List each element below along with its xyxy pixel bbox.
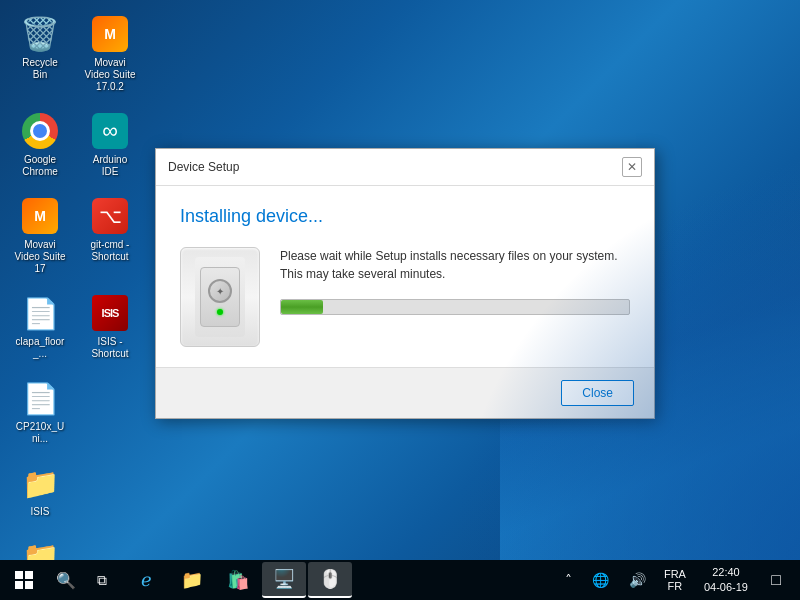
desktop-icon-git[interactable]: ⌥ git-cmd - Shortcut [80, 192, 140, 279]
desktop-icon-recycle-bin[interactable]: 🗑️ Recycle Bin [10, 10, 70, 97]
isis-folder-icon: 📁 [20, 463, 60, 503]
dialog-content: ✦ Please wait while Setup installs neces… [180, 247, 630, 347]
device-image: ✦ [180, 247, 260, 347]
task-view-button[interactable]: ⧉ [84, 560, 120, 600]
tray-expand-icon: ˄ [565, 572, 572, 588]
icon-row-2: Google Chrome ∞ Arduino IDE [10, 107, 140, 182]
desktop-icon-cp210x[interactable]: 📄 CP210x_Uni... [10, 374, 70, 449]
movavi17-label: Movavi Video Suite 17 [14, 239, 66, 275]
desktop-icon-isis-sc[interactable]: ISIS ISIS - Shortcut [80, 289, 140, 364]
network-icon: 🌐 [592, 572, 609, 588]
icon-row-3: M Movavi Video Suite 17 ⌥ git-cmd - Shor… [10, 192, 140, 279]
cp210x-icon: 📄 [20, 378, 60, 418]
taskbar: 🔍 ⧉ ℯ 📁 🛍️ 🖥️ 🖱️ ˄ 🌐 🔊 [0, 560, 800, 600]
progress-bar-container [280, 299, 630, 315]
device-image-inner: ✦ [195, 257, 245, 337]
micropython-icon: 📁 [20, 536, 60, 560]
notification-icon: □ [771, 571, 781, 589]
dialog-close-btn[interactable]: Close [561, 380, 634, 406]
clapa-label: clapa_floor_... [14, 336, 66, 360]
taskbar-store-btn[interactable]: 🛍️ [216, 562, 260, 598]
language-layout: FR [668, 580, 683, 592]
arduino-label: Arduino IDE [84, 154, 136, 178]
store-icon: 🛍️ [227, 569, 249, 591]
device-box: ✦ [200, 267, 240, 327]
setup-icon-1: 🖥️ [273, 568, 295, 590]
dialog-title-text: Device Setup [168, 160, 239, 174]
tray-chevron[interactable]: ˄ [557, 560, 580, 600]
dialog-titlebar: Device Setup ✕ [156, 149, 654, 186]
progress-bar-fill [281, 300, 323, 314]
dialog-close-button[interactable]: ✕ [622, 157, 642, 177]
desktop: 🗑️ Recycle Bin M Movavi Video Suite 17.0… [0, 0, 800, 560]
clapa-icon: 📄 [20, 293, 60, 333]
taskbar-running-apps: ℯ 📁 🛍️ 🖥️ 🖱️ [120, 562, 557, 598]
icon-row-1: 🗑️ Recycle Bin M Movavi Video Suite 17.0… [10, 10, 140, 97]
dialog-description: Please wait while Setup installs necessa… [280, 247, 630, 283]
dialog-heading: Installing device... [180, 206, 630, 227]
device-setup-dialog: Device Setup ✕ Installing device... ✦ Pl… [155, 148, 655, 419]
taskbar-setup-btn-1[interactable]: 🖥️ [262, 562, 306, 598]
clock-time: 22:40 [712, 565, 740, 580]
icon-row-4: 📄 clapa_floor_... ISIS ISIS - Shortcut [10, 289, 140, 364]
desktop-icon-movavi17[interactable]: M Movavi Video Suite 17 [10, 192, 70, 279]
taskbar-edge-btn[interactable]: ℯ [124, 562, 168, 598]
desktop-icon-chrome[interactable]: Google Chrome [10, 107, 70, 182]
edge-icon: ℯ [141, 569, 152, 591]
desktop-icon-micropython[interactable]: 📁 micropython [10, 532, 70, 560]
tray-volume[interactable]: 🔊 [621, 560, 654, 600]
chrome-icon [20, 111, 60, 151]
dialog-body: Installing device... ✦ Please wait while… [156, 186, 654, 367]
desktop-icon-movavi[interactable]: M Movavi Video Suite 17.0.2 [80, 10, 140, 97]
setup-icon-2: 🖱️ [319, 568, 341, 590]
desktop-icon-isis-folder[interactable]: 📁 ISIS [10, 459, 70, 522]
dialog-text-area: Please wait while Setup installs necessa… [280, 247, 630, 315]
taskbar-setup-btn-2[interactable]: 🖱️ [308, 562, 352, 598]
git-label: git-cmd - Shortcut [84, 239, 136, 263]
taskbar-right: ˄ 🌐 🔊 FRA FR 22:40 04-06-19 □ [557, 560, 800, 600]
desktop-icons-container: 🗑️ Recycle Bin M Movavi Video Suite 17.0… [10, 10, 140, 560]
recycle-bin-label: Recycle Bin [14, 57, 66, 81]
volume-icon: 🔊 [629, 572, 646, 588]
search-icon: 🔍 [56, 571, 76, 590]
movavi-label: Movavi Video Suite 17.0.2 [84, 57, 136, 93]
movavi-icon: M [90, 14, 130, 54]
start-button[interactable] [0, 560, 48, 600]
taskbar-clock[interactable]: 22:40 04-06-19 [696, 560, 756, 600]
movavi17-icon: M [20, 196, 60, 236]
windows-logo-icon [15, 571, 33, 589]
isis-sc-icon: ISIS [90, 293, 130, 333]
icon-row-6: 📁 ISIS [10, 459, 140, 522]
dialog-footer: Close [156, 367, 654, 418]
cp210x-label: CP210x_Uni... [14, 421, 66, 445]
desktop-icon-clapa[interactable]: 📄 clapa_floor_... [10, 289, 70, 364]
language-label: FRA [664, 568, 686, 580]
device-led [217, 309, 223, 315]
notification-button[interactable]: □ [760, 560, 792, 600]
icon-row-7: 📁 micropython [10, 532, 140, 560]
device-logo-circle: ✦ [208, 279, 232, 303]
taskbar-explorer-btn[interactable]: 📁 [170, 562, 214, 598]
icon-row-5: 📄 CP210x_Uni... [10, 374, 140, 449]
recycle-bin-icon: 🗑️ [20, 14, 60, 54]
desktop-icon-arduino[interactable]: ∞ Arduino IDE [80, 107, 140, 182]
explorer-icon: 📁 [181, 569, 203, 591]
arduino-icon: ∞ [90, 111, 130, 151]
clock-date: 04-06-19 [704, 580, 748, 595]
git-icon: ⌥ [90, 196, 130, 236]
tray-network[interactable]: 🌐 [584, 560, 617, 600]
isis-sc-label: ISIS - Shortcut [84, 336, 136, 360]
task-view-icon: ⧉ [97, 572, 107, 589]
isis-folder-label: ISIS [31, 506, 50, 518]
taskbar-language[interactable]: FRA FR [658, 560, 692, 600]
search-button[interactable]: 🔍 [48, 560, 84, 600]
chrome-label: Google Chrome [14, 154, 66, 178]
